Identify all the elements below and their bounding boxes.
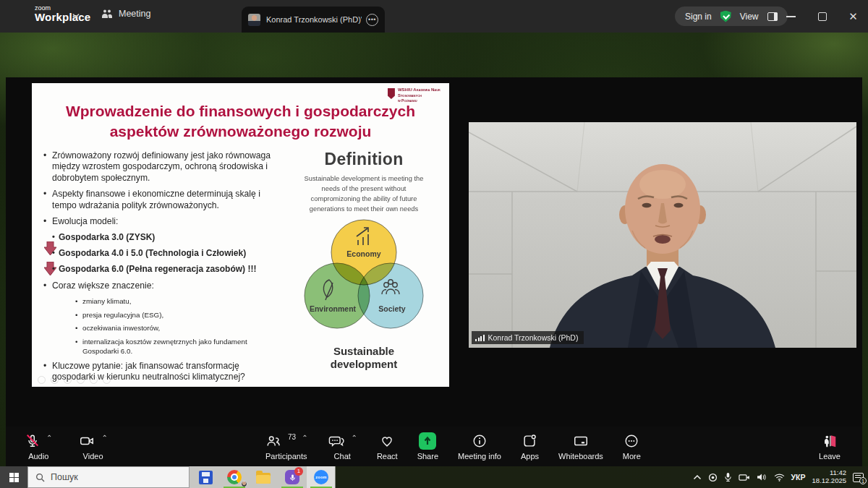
viber-icon: 1 (285, 470, 299, 484)
definition-panel: Definition Sustainable development is me… (286, 150, 441, 371)
share-button[interactable]: Share (417, 432, 438, 461)
view-layout-icon[interactable] (767, 12, 778, 21)
apps-button[interactable]: Apps (521, 432, 539, 461)
tab-meeting[interactable]: Meeting (101, 9, 150, 19)
chat-chevron-up[interactable]: ⌃ (352, 434, 357, 442)
more-button[interactable]: More (623, 432, 641, 461)
taskbar-app-viber[interactable]: 1 (278, 466, 307, 488)
slide-bullet: Zrównoważony rozwój definiowany jest jak… (42, 150, 284, 184)
zoom-titlebar: zoom Workplace Meeting Konrad Trzonkowsk… (0, 0, 868, 33)
close-button[interactable]: ✕ (848, 12, 858, 21)
tray-date: 18.12.2025 (812, 477, 846, 485)
camera-icon (78, 433, 95, 449)
tray-wifi-icon[interactable] (774, 474, 785, 481)
leave-door-icon (821, 433, 838, 449)
tray-microphone-icon[interactable] (724, 472, 732, 482)
participants-count: 73 (288, 433, 296, 441)
meeting-content-area: WSHIU Akademia Nauk Stosowanych w Poznan… (6, 77, 862, 466)
slide-bullet-column: Zrównoważony rozwój definiowany jest jak… (42, 150, 284, 388)
action-center-icon[interactable]: 1 (853, 473, 864, 482)
leave-button[interactable]: Leave (819, 432, 841, 461)
taskbar-app-explorer[interactable] (249, 466, 278, 488)
tab-screen-share[interactable]: Konrad Trzonkowski (PhD)'s scree ••• (242, 7, 385, 33)
maximize-button[interactable] (817, 12, 827, 21)
clock[interactable]: 11:42 18.12.2025 (812, 469, 846, 485)
university-crest-icon (388, 88, 395, 99)
speaker-video-tile[interactable]: Konrad Trzonkowski (PhD) (469, 122, 856, 348)
sustainability-venn-diagram: Economy Environment Society (289, 216, 438, 341)
taskbar-app-commander[interactable] (191, 466, 220, 488)
tray-camera-icon[interactable] (739, 474, 750, 481)
participant-name: Konrad Trzonkowski (PhD) (488, 333, 579, 342)
audio-chevron-up[interactable]: ⌃ (46, 434, 52, 442)
zoom-app-icon: zoom (314, 470, 328, 484)
chat-button[interactable]: ⌃ Chat (328, 432, 357, 461)
zoom-toolbar: ⌃ Audio ⌃ Video (6, 427, 862, 466)
definition-title: Definition (286, 150, 441, 169)
economy-models-list: Gospodarka 3.0 (ZYSK) Gospodarka 4.0 i 5… (52, 232, 284, 275)
language-indicator[interactable]: УКР (791, 473, 806, 481)
window-controls: ✕ (786, 0, 858, 33)
brand-workplace-text: Workplace (35, 11, 90, 23)
folder-icon (256, 473, 271, 484)
tray-speaker-icon[interactable] (757, 473, 767, 481)
meeting-tab-label: Meeting (119, 9, 150, 19)
participant-name-tag: Konrad Trzonkowski (PhD) (472, 331, 584, 344)
slide-bullet: Ewolucja modeli: (42, 216, 284, 227)
participants-button[interactable]: 73 ⌃ Participants (265, 432, 308, 461)
video-button[interactable]: ⌃ Video (78, 432, 107, 461)
react-button[interactable]: React (377, 432, 398, 461)
taskbar-search-input[interactable]: Пошук (27, 466, 190, 488)
slide-title: Wprowadzenie do finansowych i gospodarcz… (49, 101, 432, 142)
venn-economy-label: Economy (346, 249, 380, 258)
logo-line1: WSHIU Akademia Nauk (398, 87, 441, 93)
notification-badge: 1 (859, 477, 867, 484)
floppy-app-icon (199, 471, 213, 484)
sign-in-button[interactable]: Sign in (685, 12, 712, 22)
tray-hidden-icons-chevron[interactable] (693, 474, 702, 480)
sub-bullet: internalizacja kosztów zewnętrznych jako… (75, 337, 284, 356)
taskbar-app-zoom[interactable]: zoom (307, 466, 336, 488)
slide-nav-dots[interactable] (38, 376, 111, 384)
whiteboards-button[interactable]: Whiteboards (558, 432, 603, 461)
audio-button[interactable]: ⌃ Audio (25, 432, 52, 461)
start-button[interactable] (0, 466, 27, 488)
more-ellipsis-icon (624, 433, 639, 449)
view-button[interactable]: View (740, 12, 759, 22)
windows-taskbar: Пошук 1 zoom (0, 466, 868, 488)
slide-bullet: Coraz większe znaczenie: (42, 281, 284, 291)
taskbar-app-chrome[interactable] (220, 466, 249, 488)
tab-options-ellipsis-icon[interactable]: ••• (366, 14, 378, 26)
slide-bullet: Aspekty finansowe i ekonomiczne determin… (42, 189, 284, 211)
venn-society-label: Society (378, 304, 406, 313)
screen-share-tab-label: Konrad Trzonkowski (PhD)'s scree (266, 15, 362, 24)
workspace-chevron-down-icon[interactable] (72, 13, 80, 18)
participants-icon (265, 433, 282, 449)
minimize-button[interactable] (786, 12, 796, 21)
security-shield-icon[interactable] (720, 11, 731, 22)
windows-logo-icon (9, 473, 19, 482)
sub-bullet: oczekiwania inwestorów, (75, 323, 284, 333)
meeting-info-button[interactable]: Meeting info (458, 432, 501, 461)
system-tray: УКР 11:42 18.12.2025 1 (693, 466, 864, 488)
venn-environment-label: Environment (310, 304, 357, 313)
search-icon (35, 473, 45, 482)
zoom-workplace-logo: zoom Workplace (35, 5, 90, 24)
venn-caption: Sustainable development (324, 345, 404, 371)
apps-icon (522, 433, 537, 449)
participants-chevron-up[interactable]: ⌃ (302, 434, 307, 442)
record-icon[interactable] (708, 473, 718, 482)
model-item: Gospodarka 4.0 i 5.0 (Technologia i Czło… (52, 248, 284, 259)
zoom-meeting-screen: zoom Workplace Meeting Konrad Trzonkowsk… (0, 0, 868, 488)
titlebar-actions: Sign in View (675, 7, 788, 26)
speaker-portrait (469, 122, 856, 348)
share-screen-icon (419, 432, 436, 450)
sub-bullet: presja regulacyjna (ESG), (75, 310, 284, 320)
meeting-people-icon (101, 9, 113, 19)
video-chevron-up[interactable]: ⌃ (101, 434, 107, 442)
search-placeholder: Пошук (51, 472, 78, 482)
microphone-muted-icon (25, 433, 41, 449)
sub-bullet: zmiany klimatu, (75, 296, 284, 306)
model-item: Gospodarka 3.0 (ZYSK) (52, 232, 284, 243)
info-icon (472, 433, 488, 449)
